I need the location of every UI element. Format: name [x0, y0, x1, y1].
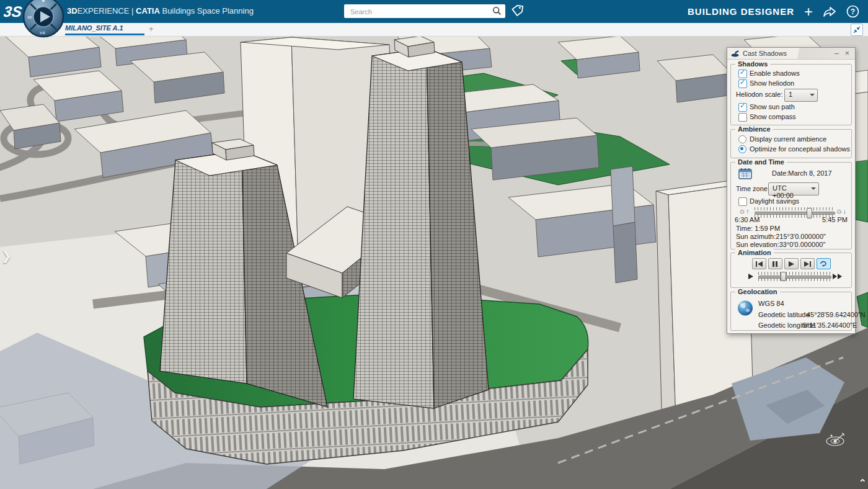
sunrise-icon: ☼↑ [738, 206, 749, 215]
animation-group: Animation [730, 253, 852, 288]
shadows-group: Shadows Enable shadows Show heliodon Hel… [730, 64, 852, 125]
timezone-label: Time zone: [736, 185, 769, 192]
pause-button[interactable] [768, 258, 782, 269]
heliodon-scale-label: Heliodon scale: [736, 91, 782, 98]
globe-icon [737, 300, 754, 316]
optimize-conceptual-shadows-radio[interactable] [738, 145, 746, 153]
brand-experience: EXPERIENCE [78, 6, 130, 16]
search-input[interactable] [349, 4, 488, 19]
add-app-button[interactable]: + [804, 6, 813, 18]
search-icon[interactable] [492, 6, 502, 16]
skip-to-end-button[interactable] [800, 258, 815, 269]
daylight-savings-checkbox[interactable] [738, 197, 747, 206]
svg-text:3S: 3S [4, 3, 23, 20]
panel-title: Cast Shadows [743, 50, 787, 57]
shadows-group-label: Shadows [735, 60, 770, 68]
ambience-group-label: Ambience [735, 125, 773, 133]
panel-title-bar[interactable]: Cast Shadows – × [727, 48, 855, 60]
brand-3d: 3D [67, 6, 78, 16]
loop-button[interactable] [817, 258, 831, 269]
date-value: Date:March 8, 2017 [772, 169, 832, 177]
time-slider-thumb[interactable] [807, 208, 812, 218]
skip-to-start-button[interactable] [752, 258, 766, 269]
heliodon-scale-dropdown[interactable]: 1 [784, 89, 818, 102]
display-current-ambience-label: Display current ambience [750, 135, 826, 143]
show-compass-checkbox[interactable] [738, 113, 747, 122]
sunset-icon: ☼↓ [836, 206, 846, 215]
date-time-group: Date and Time Date:March 8, 2017 Time zo… [730, 162, 852, 249]
help-icon[interactable]: ? [846, 5, 859, 18]
show-heliodon-label: Show heliodon [750, 79, 794, 87]
tag-icon[interactable] [510, 4, 525, 19]
tab-bar: MILANO_SITE A.1 + [0, 23, 868, 37]
geolocation-group: Geolocation WGS 84 Geodetic latitude 45°… [730, 292, 852, 331]
app-name: Buildings Space Planning [162, 6, 253, 16]
enable-shadows-label: Enable shadows [750, 70, 800, 77]
tab-milano-site[interactable]: MILANO_SITE A.1 [65, 24, 123, 32]
latitude-label: Geodetic latitude [758, 311, 810, 318]
daylight-savings-label: Daylight savings [750, 197, 799, 205]
dassault-3ds-logo: 3S [4, 2, 25, 20]
date-time-group-label: Date and Time [735, 158, 787, 166]
time-value: 1:59 PM [755, 225, 780, 232]
anim-slow-icon[interactable] [748, 273, 753, 280]
cast-shadows-panel: Cast Shadows – × Shadows Enable shadows … [727, 47, 856, 334]
optimize-conceptual-shadows-label: Optimize for conceptual shadows [750, 145, 850, 153]
ambience-group: Ambience Display current ambience Optimi… [730, 129, 852, 158]
animation-group-label: Animation [735, 249, 774, 256]
anim-fast-icon[interactable] [833, 273, 842, 280]
brand-separator: | [131, 6, 133, 16]
show-compass-label: Show compass [750, 113, 796, 120]
show-sun-path-checkbox[interactable] [738, 103, 747, 112]
left-panel-expander-icon[interactable]: ❯ [1, 248, 12, 263]
latitude-value: 45°28'59.642400"N [807, 311, 866, 318]
sun-elevation-value: Sun elevation:33°0'0.000000" [736, 241, 825, 248]
panel-close-button[interactable]: × [844, 48, 849, 58]
share-icon[interactable] [823, 6, 836, 18]
brand-catia: CATIA [136, 6, 160, 16]
search-box[interactable] [344, 4, 505, 18]
3dexperience-compass[interactable]: 3D V.R [22, 0, 64, 38]
display-current-ambience-radio[interactable] [738, 135, 746, 143]
show-heliodon-checkbox[interactable] [738, 79, 747, 88]
compass-vr-label: V.R [40, 31, 45, 35]
enable-shadows-checkbox[interactable] [738, 70, 747, 78]
role-title: BUILDING DESIGNER [688, 6, 794, 17]
geolocation-group-label: Geolocation [735, 288, 780, 295]
play-button[interactable] [784, 258, 799, 269]
new-tab-button[interactable]: + [149, 24, 154, 34]
calendar-icon[interactable] [738, 168, 752, 179]
geodetic-datum: WGS 84 [758, 300, 784, 307]
animation-speed-slider[interactable] [758, 272, 830, 281]
collapse-viewport-icon[interactable] [851, 24, 863, 36]
app-title: 3DEXPERIENCE | CATIA Buildings Space Pla… [67, 6, 254, 16]
heliodon-scale-value: 1 [789, 91, 792, 98]
sunrise-time: 6:30 AM [735, 216, 760, 223]
sun-azimuth-value: Sun azimuth:215°3'0.000000" [736, 233, 826, 240]
animation-slider-thumb[interactable] [781, 272, 786, 281]
svg-text:?: ? [851, 7, 855, 16]
active-tab-underline [65, 34, 144, 35]
panel-minimize-button[interactable]: – [835, 48, 839, 58]
top-app-bar: 3S 3DEXPERIENCE | CATIA Buildings Space … [0, 0, 868, 23]
compass-3d-label: 3D [27, 16, 32, 19]
longitude-value: 9°11'35.246400"E [803, 321, 857, 329]
cast-shadows-icon [731, 50, 740, 57]
time-label: Time: [736, 225, 753, 232]
timezone-dropdown[interactable]: UTC +00:00 [768, 182, 819, 195]
bottom-right-expander-icon[interactable]: ⌃ [859, 477, 867, 489]
show-sun-path-label: Show sun path [750, 103, 795, 110]
sunset-time: 5:45 PM [822, 216, 848, 223]
